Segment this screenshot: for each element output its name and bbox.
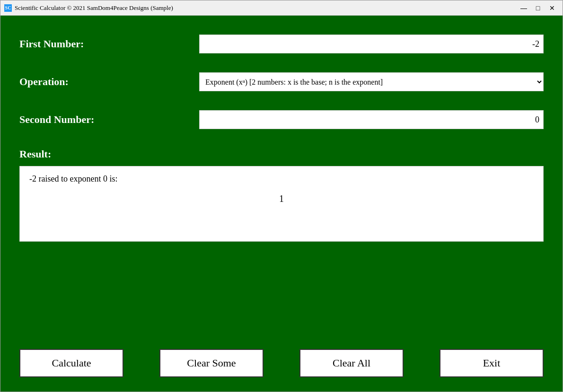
result-value: 1 — [29, 190, 534, 208]
title-bar: SC Scientific Calculator © 2021 SamDom4P… — [0, 0, 563, 16]
minimize-button[interactable]: — — [517, 3, 530, 13]
app-icon: SC — [4, 4, 12, 12]
title-bar-controls: — □ ✕ — [517, 3, 559, 13]
clear-all-button[interactable]: Clear All — [299, 349, 404, 377]
clear-some-button[interactable]: Clear Some — [159, 349, 264, 377]
button-row: Calculate Clear Some Clear All Exit — [19, 344, 544, 382]
window-title: Scientific Calculator © 2021 SamDom4Peac… — [15, 4, 173, 12]
result-title: -2 raised to exponent 0 is: — [29, 174, 534, 184]
maximize-button[interactable]: □ — [531, 3, 545, 13]
first-number-input[interactable] — [199, 35, 544, 53]
main-content: First Number: Operation: Exponent (xⁿ) [… — [0, 16, 563, 392]
operation-label: Operation: — [19, 76, 199, 88]
result-label: Result: — [19, 148, 544, 160]
second-number-input[interactable] — [199, 110, 544, 129]
calculate-button[interactable]: Calculate — [19, 349, 123, 377]
second-number-row: Second Number: — [19, 110, 544, 129]
operation-row: Operation: Exponent (xⁿ) [2 numbers: x i… — [19, 72, 544, 91]
operation-select[interactable]: Exponent (xⁿ) [2 numbers: x is the base;… — [199, 72, 544, 91]
app-window: SC Scientific Calculator © 2021 SamDom4P… — [0, 0, 563, 392]
first-number-row: First Number: — [19, 35, 544, 53]
second-number-label: Second Number: — [19, 113, 199, 126]
first-number-label: First Number: — [19, 38, 199, 50]
exit-button[interactable]: Exit — [440, 349, 544, 377]
title-bar-left: SC Scientific Calculator © 2021 SamDom4P… — [4, 4, 173, 12]
result-section: Result: -2 raised to exponent 0 is: 1 — [19, 148, 544, 242]
close-button[interactable]: ✕ — [545, 3, 559, 13]
result-box: -2 raised to exponent 0 is: 1 — [19, 166, 544, 242]
